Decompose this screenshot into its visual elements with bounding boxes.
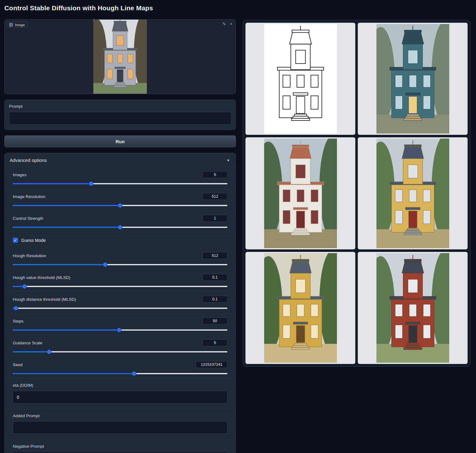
gallery-item-result-1[interactable] xyxy=(358,23,468,135)
advanced-options-title: Advanced options xyxy=(10,158,47,163)
house-illustration xyxy=(264,24,337,134)
field-label: Added Prompt xyxy=(13,413,227,418)
run-button[interactable]: Run xyxy=(4,135,236,147)
slider-handle[interactable] xyxy=(14,306,18,310)
house-illustration xyxy=(93,20,147,94)
added-prompt-field-row: Added Prompt xyxy=(5,409,236,440)
guidance-scale-slider-row: Guidance Scale 5 xyxy=(5,335,236,357)
added-prompt-input[interactable] xyxy=(13,421,227,434)
slider-label: Steps xyxy=(13,319,24,323)
prompt-label: Prompt xyxy=(9,104,231,109)
slider-handle[interactable] xyxy=(132,371,136,376)
image-resolution-slider-row: Image Resolution 512 xyxy=(5,189,236,211)
slider-value-input[interactable]: 512 xyxy=(203,193,227,200)
control-strength-slider-row: Control Strength 1 xyxy=(5,211,236,233)
gallery-item-result-3[interactable] xyxy=(358,137,468,249)
slider-track[interactable] xyxy=(13,225,227,229)
image-actions: ✎ × xyxy=(222,22,232,26)
house-illustration xyxy=(264,253,337,363)
slider-label: Seed xyxy=(13,362,23,367)
slider-handle[interactable] xyxy=(118,203,122,208)
output-gallery xyxy=(243,20,470,367)
slider-handle[interactable] xyxy=(103,262,107,267)
page-title: Control Stable Diffusion with Hough Line… xyxy=(4,4,153,12)
controls-column: Image ✎ × Prompt Run xyxy=(4,19,236,453)
advanced-options-header[interactable]: Advanced options ▼ xyxy=(5,153,236,167)
field-label: eta (DDIM) xyxy=(13,383,227,388)
slider-handle[interactable] xyxy=(118,225,122,229)
slider-label: Images xyxy=(13,172,26,177)
hough-resolution-slider-row: Hough Resolution 512 xyxy=(5,248,236,270)
slider-handle[interactable] xyxy=(22,284,27,289)
slider-track[interactable] xyxy=(13,350,227,354)
house-illustration xyxy=(376,253,449,363)
seed-slider-row: Seed 1215107241 xyxy=(5,357,236,379)
slider-value-input[interactable]: 5 xyxy=(203,339,227,346)
slider-track[interactable] xyxy=(13,203,227,208)
image-icon xyxy=(9,23,13,27)
clear-image-button[interactable]: × xyxy=(230,22,232,26)
slider-track[interactable] xyxy=(13,182,227,186)
slider-label: Control Strength xyxy=(13,216,43,221)
slider-track[interactable] xyxy=(13,371,227,376)
prompt-panel: Prompt xyxy=(4,100,236,130)
eta-field-row: eta (DDIM) xyxy=(5,379,236,409)
negative-prompt-field-row: Negative Prompt xyxy=(5,440,236,453)
slider-value-input[interactable]: 50 xyxy=(203,318,227,324)
slider-label: Hough value threshold (MLSD) xyxy=(13,275,70,280)
slider-value-input[interactable]: 0.1 xyxy=(203,296,227,303)
slider-handle[interactable] xyxy=(89,182,93,186)
slider-track[interactable] xyxy=(13,262,227,267)
eta-input[interactable] xyxy=(13,391,227,403)
images-slider-row: Images 5 xyxy=(5,167,236,189)
advanced-options-panel: Advanced options ▼ Images 5 Image Resolu… xyxy=(4,153,236,453)
gallery-item-result-5[interactable] xyxy=(358,252,468,364)
gallery-item-result-2[interactable] xyxy=(245,137,355,249)
negative-prompt-input[interactable] xyxy=(13,452,227,453)
edit-image-button[interactable]: ✎ xyxy=(222,22,226,26)
prompt-input[interactable] xyxy=(9,112,231,125)
slider-value-input[interactable]: 5 xyxy=(203,171,227,178)
slider-value-input[interactable]: 0.1 xyxy=(203,274,227,281)
field-label: Negative Prompt xyxy=(13,444,227,449)
slider-handle[interactable] xyxy=(47,350,51,354)
guess-mode-checkbox[interactable]: ✓ xyxy=(13,238,18,243)
house-illustration xyxy=(264,139,337,248)
house-illustration xyxy=(376,24,449,134)
chevron-down-icon: ▼ xyxy=(226,158,230,162)
slider-value-input[interactable]: 512 xyxy=(203,252,227,259)
guess-mode-row: ✓ Guess Mode xyxy=(5,233,236,248)
slider-track[interactable] xyxy=(13,284,227,289)
slider-value-input[interactable]: 1215107241 xyxy=(196,361,227,368)
slider-value-input[interactable]: 1 xyxy=(203,215,227,222)
house-illustration xyxy=(376,139,449,248)
slider-label: Hough distance threshold (MLSD) xyxy=(13,297,76,302)
hough-distance-threshold-slider-row: Hough distance threshold (MLSD) 0.1 xyxy=(5,292,236,314)
gallery-item-result-4[interactable] xyxy=(245,252,355,364)
slider-label: Image Resolution xyxy=(13,194,45,199)
check-icon: ✓ xyxy=(14,238,17,242)
slider-track[interactable] xyxy=(13,328,227,332)
slider-handle[interactable] xyxy=(117,328,121,332)
advanced-options-body: Images 5 Image Resolution 512 xyxy=(5,167,236,453)
image-label: Image xyxy=(15,23,25,27)
checkbox-label: Guess Mode xyxy=(21,238,46,243)
hough-value-threshold-slider-row: Hough value threshold (MLSD) 0.1 xyxy=(5,270,236,292)
image-label-chip: Image xyxy=(7,21,28,28)
gallery-item-hough-map[interactable] xyxy=(245,23,355,135)
steps-slider-row: Steps 50 xyxy=(5,314,236,335)
image-upload-panel: Image ✎ × xyxy=(4,19,236,94)
slider-label: Guidance Scale xyxy=(13,341,42,345)
slider-label: Hough Resolution xyxy=(13,253,46,258)
slider-track[interactable] xyxy=(13,306,227,310)
input-image-preview xyxy=(93,20,147,94)
